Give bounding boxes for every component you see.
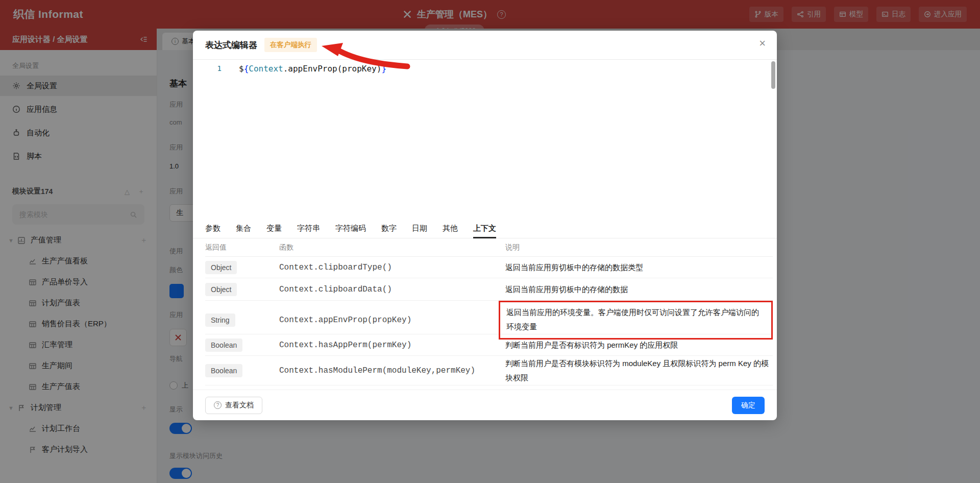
table-row[interactable]: Object Context.clipboardData() 返回当前应用剪切板… — [205, 278, 773, 301]
line-number: 1 — [217, 64, 222, 73]
view-docs-label: 查看文档 — [225, 401, 254, 410]
tab-context[interactable]: 上下文 — [473, 224, 496, 238]
code-editor[interactable]: 1 ${Context.appEnvProp(propKey)} — [193, 59, 777, 220]
line-number-gutter: 1 — [193, 60, 222, 220]
token-open-brace: { — [244, 64, 249, 74]
tab-date[interactable]: 日期 — [412, 224, 427, 238]
col-description: 说明 — [505, 243, 773, 252]
modal-footer: ? 查看文档 确定 — [193, 390, 777, 420]
tab-encoding[interactable]: 字符编码 — [335, 224, 366, 238]
type-badge: String — [205, 313, 235, 327]
function-description: 判断当前用户是否有模块标识符为 moduleKey 且权限标识符为 perm K… — [505, 356, 773, 385]
modal-header: 表达式编辑器 在客户端执行 × — [193, 31, 777, 59]
confirm-button[interactable]: 确定 — [732, 397, 765, 414]
code-line[interactable]: ${Context.appEnvProp(propKey)} — [222, 60, 386, 220]
screen: 织信Informat 生产管理（MES） ? v1.0 build5288 版本… — [0, 0, 980, 483]
scrollbar-thumb[interactable] — [771, 61, 775, 89]
tab-string[interactable]: 字符串 — [297, 224, 320, 238]
red-highlight-box: 返回当前应用的环境变量。客户端使用时仅可访问设置了允许客户端访问的环境变量 — [499, 301, 773, 340]
view-docs-button[interactable]: ? 查看文档 — [205, 397, 262, 414]
tab-collection[interactable]: 集合 — [236, 224, 251, 238]
function-description: 返回当前应用剪切板中的存储的数据 — [505, 282, 773, 297]
tab-other[interactable]: 其他 — [443, 224, 458, 238]
type-badge: Object — [205, 283, 237, 296]
tab-variable[interactable]: 变量 — [266, 224, 282, 238]
modal-title: 表达式编辑器 — [205, 39, 257, 51]
table-row[interactable]: Boolean Context.hasModulePerm(moduleKey,… — [205, 356, 773, 385]
function-name: Context.clipboardType() — [279, 263, 505, 272]
token-dollar: $ — [239, 64, 244, 74]
type-badge: Object — [205, 261, 237, 274]
function-description: 返回当前应用剪切板中的存储的数据类型 — [505, 260, 773, 275]
table-header-row: 返回值 函数 说明 — [205, 238, 773, 257]
close-icon[interactable]: × — [759, 38, 766, 49]
col-return-type: 返回值 — [205, 243, 279, 252]
table-row[interactable]: Object Context.clipboardType() 返回当前应用剪切板… — [205, 257, 773, 278]
function-name: Context.appEnvProp(propKey) — [279, 316, 505, 325]
token-member: .appEnvProp(propKey) — [283, 64, 382, 74]
type-badge: Boolean — [205, 364, 242, 377]
table-row-highlighted[interactable]: String Context.appEnvProp(propKey) 返回当前应… — [205, 301, 773, 334]
tab-number[interactable]: 数字 — [381, 224, 397, 238]
tab-params[interactable]: 参数 — [205, 224, 220, 238]
token-close-brace: } — [381, 64, 386, 74]
function-name: Context.hasAppPerm(permKey) — [279, 341, 505, 350]
client-exec-tag: 在客户端执行 — [264, 38, 317, 52]
expression-editor-modal: 表达式编辑器 在客户端执行 × 1 ${Context.appEnvProp(p… — [193, 31, 777, 420]
function-description: 判断当前用户是否有标识符为 permKey 的应用权限 — [505, 338, 773, 352]
col-function: 函数 — [279, 243, 505, 252]
function-name: Context.clipboardData() — [279, 285, 505, 294]
function-name: Context.hasModulePerm(moduleKey,permKey) — [279, 366, 505, 375]
function-table: 返回值 函数 说明 Object Context.clipboardType()… — [193, 238, 777, 390]
question-circle-icon: ? — [214, 401, 222, 409]
function-category-tabs: 参数 集合 变量 字符串 字符编码 数字 日期 其他 上下文 — [193, 220, 777, 238]
table-row[interactable]: Boolean Context.hasAppPerm(permKey) 判断当前… — [205, 334, 773, 356]
token-context: Context — [249, 64, 283, 74]
type-badge: Boolean — [205, 339, 242, 352]
